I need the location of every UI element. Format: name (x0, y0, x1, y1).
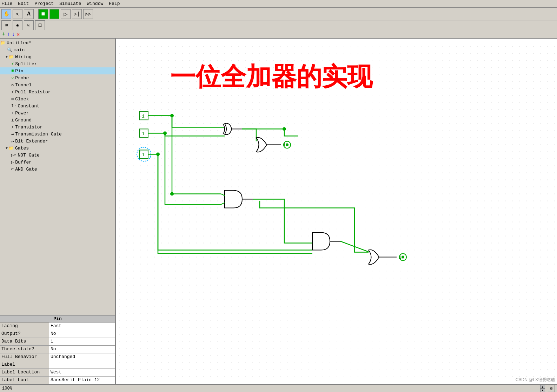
tree-pull-resistor[interactable]: ⚡ Pull Resistor (0, 88, 115, 95)
move-down-button[interactable]: ↓ (12, 31, 15, 38)
add-button[interactable]: + (2, 31, 6, 38)
pin-label: Pin (15, 68, 23, 74)
toolbar-separator-1 (36, 10, 36, 18)
prop-facing-key: Facing (0, 323, 49, 330)
rect-component-button[interactable]: ■ (38, 9, 48, 19)
scroll-up-button[interactable]: ▲ (540, 385, 545, 388)
svg-text:1: 1 (142, 131, 145, 137)
menu-edit[interactable]: Edit (18, 1, 29, 6)
gates-label: Gates (15, 146, 29, 151)
prop-threestate-val[interactable]: No (49, 346, 115, 353)
properties-title: Pin (0, 315, 115, 323)
circle-component-button[interactable]: ● (49, 9, 59, 19)
prop-labelloc: Label Location West (0, 369, 115, 377)
tunnel-label: Tunnel (15, 82, 32, 88)
transistor-label: Transistor (15, 125, 42, 130)
wiring-button[interactable]: ◈ (13, 20, 22, 30)
output-pin-carry-dot (402, 256, 404, 259)
menu-project[interactable]: Project (34, 1, 54, 6)
menu-window[interactable]: Window (87, 1, 103, 6)
canvas-area[interactable]: 一位全加器的实现 1 1 1 (116, 39, 557, 384)
bottom-right-controls: ▲ ▼ ⊞ (540, 385, 555, 392)
tree-buffer[interactable]: ▷ Buffer (0, 159, 115, 166)
svg-text:1: 1 (142, 152, 145, 158)
prop-output: Output? No (0, 330, 115, 338)
play-button[interactable]: ▷ (61, 9, 71, 19)
tree-power[interactable]: ⬆ Power (0, 109, 115, 117)
component-tree[interactable]: 📁 Untitled* 🔍 main ▼ 📁 Wiring ⚡ Splitter… (0, 39, 115, 315)
move-up-button[interactable]: ↑ (7, 31, 11, 38)
not-gate-label: NOT Gate (18, 153, 39, 158)
clock-label: Clock (15, 97, 29, 102)
pointer-tool-button[interactable]: ↖ (13, 9, 22, 19)
main-layout: 📁 Untitled* 🔍 main ▼ 📁 Wiring ⚡ Splitter… (0, 39, 557, 384)
tree-clock[interactable]: ⊞ Clock (0, 95, 115, 102)
text-tool-button[interactable]: A (24, 9, 34, 19)
project-root[interactable]: 📁 Untitled* (0, 39, 115, 46)
tree-constant[interactable]: 1· Constant (0, 102, 115, 109)
step-button[interactable]: ▷| (72, 9, 82, 19)
zoom-level: 100% (2, 386, 12, 391)
prop-threestate: Three-state? No (0, 346, 115, 353)
menu-help[interactable]: Help (109, 1, 120, 6)
prop-databits-key: Data Bits (0, 338, 49, 345)
fast-button[interactable]: ▷▷ (83, 9, 93, 19)
tree-bit-extender[interactable]: ↵ Bit Extender (0, 138, 115, 145)
menu-file[interactable]: File (1, 1, 12, 6)
prop-label: Label (0, 361, 115, 369)
prop-label-val[interactable] (49, 361, 115, 368)
tree-and-gate[interactable]: ⊂ AND Gate (0, 166, 115, 173)
menu-simulate[interactable]: Simulate (59, 1, 81, 6)
tree-not-gate[interactable]: ▷○ NOT Gate (0, 152, 115, 159)
project-label: Untitled* (7, 40, 31, 46)
svg-text:1: 1 (399, 255, 402, 260)
watermark: CSDN @LX很爱吃茄 (516, 377, 555, 383)
properties-panel: Pin Facing East Output? No Data Bits 1 T… (0, 315, 115, 384)
delete-button[interactable]: ✕ (16, 31, 20, 38)
tree-splitter[interactable]: ⚡ Splitter (0, 60, 115, 67)
grid-toggle-button[interactable]: ⊞ (548, 385, 555, 392)
prop-databits-val[interactable]: 1 (49, 338, 115, 345)
prop-fullbehavior-val[interactable]: Unchanged (49, 353, 115, 361)
tree-gates-folder[interactable]: ▼ 📁 Gates (0, 145, 115, 152)
output-pin-sum-dot (286, 144, 289, 146)
hand-tool-button[interactable]: ✋ (1, 9, 11, 19)
tree-transistor[interactable]: ⚡ Transistor (0, 124, 115, 131)
zoom-fit-button[interactable]: ⊡ (24, 20, 34, 30)
bottom-bar: 100% ▲ ▼ ⊞ (0, 384, 557, 392)
junction-mid (283, 127, 286, 131)
toolbar-secondary: ⊞ ◈ ⊡ □ (0, 20, 557, 30)
tree-tunnel[interactable]: ⌒ Tunnel (0, 81, 115, 88)
prop-databits: Data Bits 1 (0, 338, 115, 346)
grid-button[interactable]: ⊞ (1, 20, 11, 30)
tree-pin[interactable]: ■ Pin (0, 67, 115, 74)
prop-output-val[interactable]: No (49, 330, 115, 338)
prop-fullbehavior-key: Full Behavior (0, 353, 49, 361)
buffer-label: Buffer (15, 160, 32, 165)
small-window-button[interactable]: □ (35, 20, 45, 30)
tree-main[interactable]: 🔍 main (0, 46, 115, 53)
prop-output-key: Output? (0, 330, 49, 338)
constant-label: Constant (18, 104, 39, 109)
prop-facing-val[interactable]: East (49, 323, 115, 330)
prop-threestate-key: Three-state? (0, 346, 49, 353)
toolbar-primary: ✋ ↖ A ■ ● ▷ ▷| ▷▷ (0, 8, 557, 20)
circuit-canvas[interactable]: 一位全加器的实现 1 1 1 (116, 39, 557, 384)
tree-transmission-gate[interactable]: ⇌ Transmission Gate (0, 131, 115, 138)
transmission-gate-label: Transmission Gate (15, 132, 62, 137)
tree-ground[interactable]: ⊥ Ground (0, 117, 115, 124)
bit-extender-label: Bit Extender (15, 139, 48, 144)
circuit-title: 一位全加器的实现 (170, 62, 373, 91)
prop-labelfont: Label Font SansSerif Plain 12 (0, 377, 115, 384)
left-panel: 📁 Untitled* 🔍 main ▼ 📁 Wiring ⚡ Splitter… (0, 39, 116, 384)
prop-labelloc-val[interactable]: West (49, 369, 115, 376)
wiring-label: Wiring (15, 54, 32, 60)
scroll-down-button[interactable]: ▼ (540, 388, 545, 392)
tree-wiring-folder[interactable]: ▼ 📁 Wiring (0, 53, 115, 60)
menu-bar: File Edit Project Simulate Window Help (0, 0, 557, 8)
svg-rect-2 (116, 43, 557, 380)
prop-fullbehavior: Full Behavior Unchanged (0, 353, 115, 361)
prop-labelfont-val[interactable]: SansSerif Plain 12 (49, 377, 115, 384)
tree-probe[interactable]: ○ Probe (0, 74, 115, 81)
scroll-controls[interactable]: ▲ ▼ (540, 385, 545, 392)
